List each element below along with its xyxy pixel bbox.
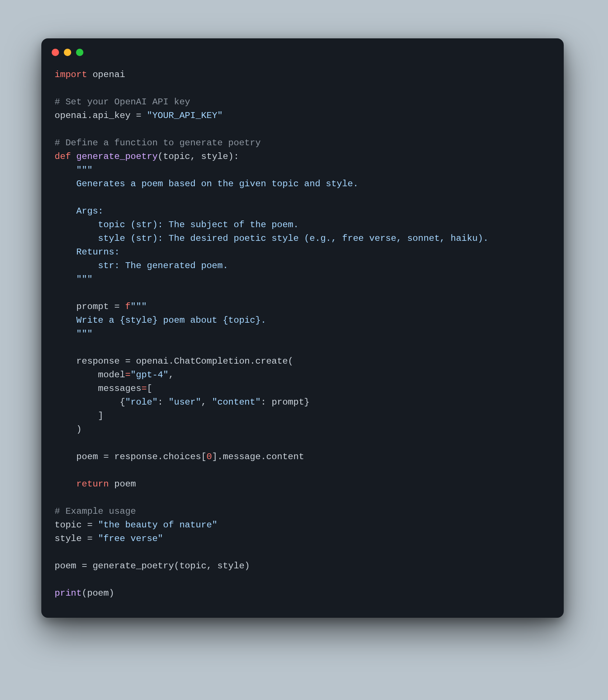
- minimize-icon[interactable]: [64, 49, 71, 56]
- attr-message: message: [223, 452, 261, 462]
- op-eq: =: [109, 302, 125, 312]
- comma: ,: [190, 152, 201, 162]
- fstring-prefix: f: [125, 302, 131, 312]
- bracket-close: ]: [212, 452, 217, 462]
- close-icon[interactable]: [52, 49, 59, 56]
- docstring-arg2: style (str): The desired poetic style (e…: [55, 233, 488, 243]
- bracket-open: [: [147, 384, 152, 394]
- mod-openai: openai: [93, 70, 125, 80]
- ident-openai: openai: [55, 111, 87, 121]
- str-style: "free verse": [98, 534, 163, 544]
- fn-print: print: [55, 588, 82, 598]
- arg-topic: topic: [179, 561, 207, 571]
- paren-close-colon: ):: [228, 152, 239, 162]
- bracket-open: [: [201, 452, 207, 462]
- ident-response: response: [114, 452, 158, 462]
- kw-def: def: [55, 152, 71, 162]
- paren-open: (: [158, 152, 163, 162]
- dot: .: [250, 356, 255, 366]
- docstring-line: Generates a poem based on the given topi…: [55, 179, 358, 189]
- paren-open: (: [288, 356, 293, 366]
- colon: :: [158, 397, 168, 407]
- comma: ,: [169, 370, 174, 380]
- paren-close: ): [245, 561, 250, 571]
- dict-val-user: "user": [169, 397, 201, 407]
- comment: # Define a function to generate poetry: [55, 138, 261, 148]
- attr-content: content: [266, 452, 304, 462]
- op-eq: =: [141, 384, 147, 394]
- paren-open: (: [82, 588, 87, 598]
- arg-poem: poem: [87, 588, 109, 598]
- arg-style: style: [217, 561, 245, 571]
- ident-topic: topic: [55, 520, 82, 530]
- dot: .: [217, 452, 223, 462]
- fn-call-generate-poetry: generate_poetry: [93, 561, 174, 571]
- op-eq: =: [120, 356, 136, 366]
- fstring-body: Write a {style} poem about {topic}.: [55, 315, 266, 325]
- docstring-args: Args:: [55, 206, 103, 216]
- ident-prompt: prompt: [272, 397, 304, 407]
- ident-response: response: [55, 356, 120, 366]
- op-eq: =: [131, 111, 147, 121]
- kwarg-messages: messages: [55, 384, 141, 394]
- ident-prompt: prompt: [55, 302, 109, 312]
- ident-poem: poem: [55, 561, 76, 571]
- dot: .: [158, 452, 163, 462]
- colon: :: [261, 397, 272, 407]
- ident-openai: openai: [136, 356, 169, 366]
- docstring-open: """: [55, 165, 93, 175]
- dot: .: [169, 356, 174, 366]
- stage: import openai # Set your OpenAI API key …: [0, 0, 608, 700]
- kw-import: import: [55, 70, 87, 80]
- op-eq: =: [82, 520, 98, 530]
- dot: .: [261, 452, 266, 462]
- brace-close: }: [304, 397, 310, 407]
- comment: # Set your OpenAI API key: [55, 97, 190, 107]
- comma: ,: [207, 561, 217, 571]
- kw-return: return: [55, 479, 109, 489]
- dot: .: [87, 111, 93, 121]
- paren-close: ): [109, 588, 114, 598]
- attr-create: create: [255, 356, 288, 366]
- dict-key-content: "content": [212, 397, 260, 407]
- docstring-arg1: topic (str): The subject of the poem.: [55, 220, 299, 230]
- paren-open: (: [174, 561, 179, 571]
- fn-generate-poetry: generate_poetry: [76, 152, 158, 162]
- num-zero: 0: [207, 452, 212, 462]
- docstring-returns: Returns:: [55, 247, 120, 257]
- code-editor[interactable]: import openai # Set your OpenAI API key …: [41, 60, 564, 600]
- arg-style: style: [201, 152, 228, 162]
- comma: ,: [201, 397, 212, 407]
- window-titlebar: [41, 38, 564, 60]
- comment: # Example usage: [55, 506, 136, 516]
- docstring-ret1: str: The generated poem.: [55, 261, 228, 271]
- str-api-key: "YOUR_API_KEY": [147, 111, 223, 121]
- ident-poem: poem: [55, 452, 98, 462]
- paren-close: ): [55, 424, 82, 434]
- dict-key-role: "role": [125, 397, 158, 407]
- attr-choices: choices: [163, 452, 201, 462]
- brace-open: {: [55, 397, 125, 407]
- arg-topic: topic: [163, 152, 190, 162]
- op-eq: =: [82, 534, 98, 544]
- fstring-open: """: [131, 302, 147, 312]
- op-eq: =: [98, 452, 114, 462]
- bracket-close: ]: [55, 411, 103, 421]
- code-window: import openai # Set your OpenAI API key …: [41, 38, 564, 618]
- str-gpt4: "gpt-4": [131, 370, 169, 380]
- op-eq: =: [76, 561, 93, 571]
- zoom-icon[interactable]: [76, 49, 83, 56]
- docstring-close: """: [55, 274, 93, 284]
- fstring-close: """: [55, 329, 93, 339]
- kwarg-model: model: [55, 370, 125, 380]
- attr-api-key: api_key: [93, 111, 131, 121]
- str-topic: "the beauty of nature": [98, 520, 217, 530]
- attr-chatcompletion: ChatCompletion: [174, 356, 250, 366]
- ident-style: style: [55, 534, 82, 544]
- op-eq: =: [125, 370, 131, 380]
- ret-poem: poem: [109, 479, 136, 489]
